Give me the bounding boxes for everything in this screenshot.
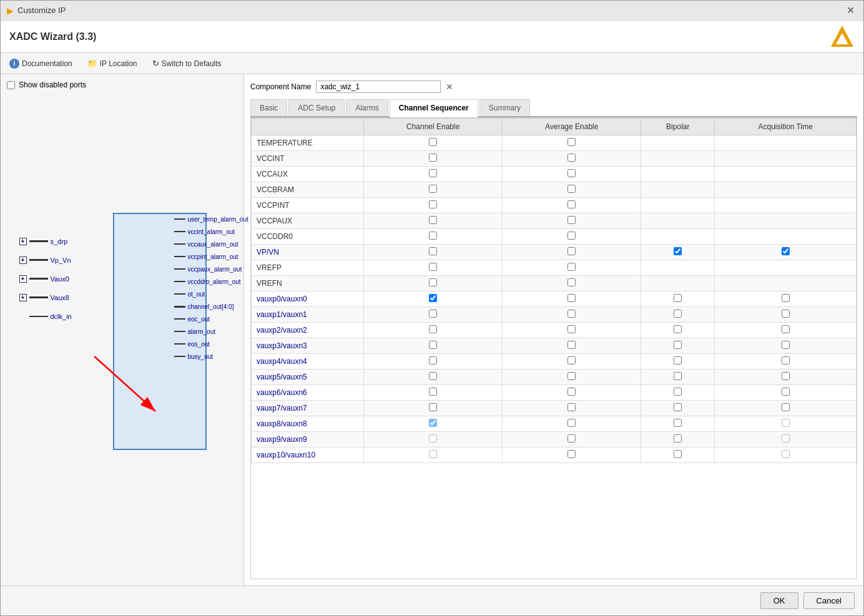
acq-time-cell[interactable] [715,416,857,432]
bipolar-checkbox[interactable] [674,356,682,364]
channel-enable-cell[interactable] [364,167,503,182]
bipolar-checkbox[interactable] [674,450,682,458]
average-enable-cell[interactable] [503,447,641,463]
average-enable-cell[interactable] [503,291,641,307]
cancel-button[interactable]: Cancel [803,592,855,609]
channel-enable-checkbox[interactable] [429,372,437,380]
bipolar-cell[interactable] [641,213,715,229]
average-enable-cell[interactable] [503,338,641,354]
channel-enable-cell[interactable] [364,213,503,229]
channel-enable-checkbox[interactable] [429,278,437,286]
acq-time-checkbox[interactable] [782,356,790,364]
average-enable-checkbox[interactable] [567,216,576,224]
average-enable-checkbox[interactable] [567,341,576,349]
average-enable-cell[interactable] [503,401,641,416]
average-enable-checkbox[interactable] [567,388,576,396]
tab-adc-setup[interactable]: ADC Setup [288,99,345,116]
tab-alarms[interactable]: Alarms [346,99,388,116]
average-enable-checkbox[interactable] [567,294,576,302]
bipolar-checkbox[interactable] [674,419,682,427]
acq-time-checkbox[interactable] [782,419,790,427]
bipolar-cell[interactable] [641,151,715,167]
channel-enable-checkbox[interactable] [429,294,437,302]
channel-enable-cell[interactable] [364,323,503,338]
channel-enable-cell[interactable] [364,385,503,401]
acq-time-checkbox[interactable] [782,325,790,333]
tab-basic[interactable]: Basic [250,99,287,116]
average-enable-checkbox[interactable] [567,325,576,333]
bus-expand-icon[interactable]: + [19,294,27,301]
acq-time-checkbox[interactable] [782,294,790,302]
bipolar-checkbox[interactable] [674,341,682,349]
channel-enable-checkbox[interactable] [429,341,437,349]
average-enable-checkbox[interactable] [567,450,576,458]
component-name-input[interactable] [316,81,441,93]
acq-time-checkbox[interactable] [782,247,790,255]
channel-enable-checkbox[interactable] [429,232,437,240]
bipolar-cell[interactable] [641,432,715,447]
bipolar-cell[interactable] [641,291,715,307]
average-enable-cell[interactable] [503,276,641,291]
acq-time-cell[interactable] [715,369,857,385]
acq-time-cell[interactable] [715,447,857,463]
clear-component-name-button[interactable]: ✕ [446,82,453,92]
acq-time-cell[interactable] [715,198,857,213]
acq-time-cell[interactable] [715,401,857,416]
bipolar-cell[interactable] [641,245,715,260]
channel-enable-cell[interactable] [364,401,503,416]
average-enable-checkbox[interactable] [567,138,576,146]
average-enable-cell[interactable] [503,260,641,276]
bipolar-checkbox[interactable] [674,310,682,318]
channel-enable-checkbox[interactable] [429,169,437,177]
tab-summary[interactable]: Summary [479,99,530,116]
acq-time-checkbox[interactable] [782,310,790,318]
average-enable-checkbox[interactable] [567,419,576,427]
average-enable-checkbox[interactable] [567,200,576,208]
acq-time-cell[interactable] [715,245,857,260]
average-enable-cell[interactable] [503,385,641,401]
documentation-button[interactable]: i Documentation [7,57,75,70]
bipolar-checkbox[interactable] [674,403,682,411]
acq-time-cell[interactable] [715,338,857,354]
channel-enable-cell[interactable] [364,229,503,245]
acq-time-cell[interactable] [715,432,857,447]
bipolar-cell[interactable] [641,135,715,151]
average-enable-cell[interactable] [503,213,641,229]
channel-enable-cell[interactable] [364,354,503,369]
tab-channel-sequencer[interactable]: Channel Sequencer [390,99,478,117]
bipolar-cell[interactable] [641,401,715,416]
channel-enable-checkbox[interactable] [429,138,437,146]
average-enable-checkbox[interactable] [567,247,576,255]
average-enable-cell[interactable] [503,354,641,369]
channel-enable-checkbox[interactable] [429,434,437,442]
acq-time-checkbox[interactable] [782,388,790,396]
bipolar-checkbox[interactable] [674,372,682,380]
bipolar-cell[interactable] [641,229,715,245]
bipolar-cell[interactable] [641,369,715,385]
average-enable-cell[interactable] [503,135,641,151]
channel-enable-cell[interactable] [364,182,503,198]
bipolar-cell[interactable] [641,167,715,182]
average-enable-cell[interactable] [503,245,641,260]
acq-time-checkbox[interactable] [782,434,790,442]
average-enable-checkbox[interactable] [567,310,576,318]
bipolar-cell[interactable] [641,260,715,276]
acq-time-cell[interactable] [715,151,857,167]
channel-enable-checkbox[interactable] [429,216,437,224]
average-enable-cell[interactable] [503,369,641,385]
acq-time-cell[interactable] [715,385,857,401]
show-disabled-checkbox[interactable] [7,81,15,89]
average-enable-checkbox[interactable] [567,169,576,177]
acq-time-cell[interactable] [715,307,857,323]
channel-enable-checkbox[interactable] [429,325,437,333]
channel-enable-cell[interactable] [364,198,503,213]
channel-enable-checkbox[interactable] [429,450,437,458]
average-enable-checkbox[interactable] [567,403,576,411]
acq-time-cell[interactable] [715,291,857,307]
acq-time-cell[interactable] [715,323,857,338]
bipolar-cell[interactable] [641,385,715,401]
average-enable-cell[interactable] [503,151,641,167]
acq-time-checkbox[interactable] [782,341,790,349]
average-enable-cell[interactable] [503,432,641,447]
average-enable-cell[interactable] [503,198,641,213]
